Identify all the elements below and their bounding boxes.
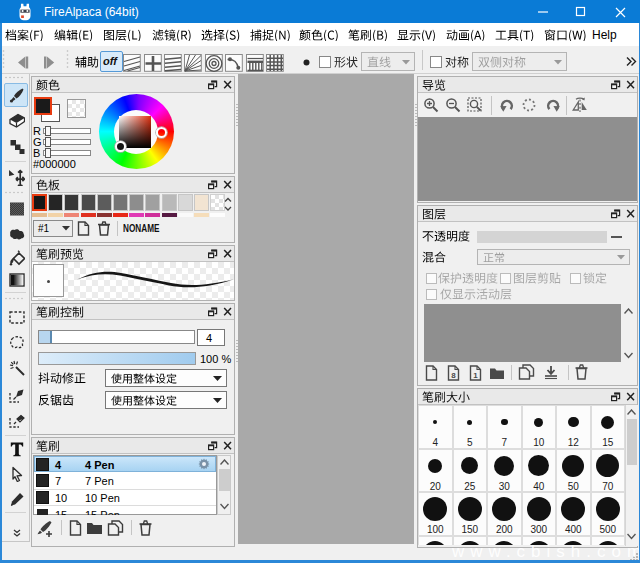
svg-text:1: 1	[473, 371, 478, 380]
svg-text:8: 8	[451, 371, 456, 380]
